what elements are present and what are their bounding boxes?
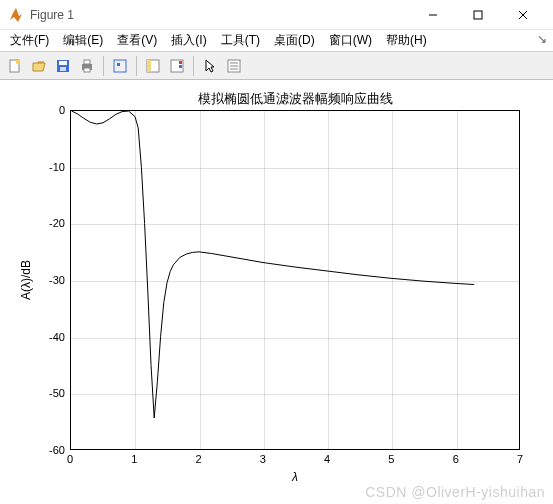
svg-rect-1 [474, 11, 482, 19]
svg-rect-17 [179, 61, 182, 64]
x-tick-label: 1 [131, 453, 137, 465]
colorbar-button[interactable] [166, 55, 188, 77]
svg-point-5 [16, 59, 20, 63]
svg-rect-18 [179, 65, 182, 68]
chart-title: 模拟椭圆低通滤波器幅频响应曲线 [70, 90, 520, 108]
x-tick-label: 4 [324, 453, 330, 465]
toolbar-separator [103, 56, 104, 76]
open-button[interactable] [28, 55, 50, 77]
menu-window[interactable]: 窗口(W) [323, 30, 378, 51]
y-tick-label: 0 [35, 104, 65, 116]
svg-rect-7 [59, 61, 67, 65]
y-tick-label: -30 [35, 274, 65, 286]
toolbar-separator [136, 56, 137, 76]
inspect-button[interactable] [109, 55, 131, 77]
x-tick-label: 5 [388, 453, 394, 465]
x-tick-label: 6 [453, 453, 459, 465]
grid-line [328, 111, 329, 449]
menu-desktop[interactable]: 桌面(D) [268, 30, 321, 51]
watermark: CSDN @OliverH-yishuihan [365, 484, 545, 500]
close-button[interactable] [500, 1, 545, 29]
svg-rect-11 [84, 68, 90, 72]
y-tick-label: -40 [35, 331, 65, 343]
save-button[interactable] [52, 55, 74, 77]
menu-overflow-icon[interactable]: ↘ [537, 32, 547, 46]
svg-rect-10 [84, 60, 90, 64]
x-tick-label: 0 [67, 453, 73, 465]
maximize-button[interactable] [455, 1, 500, 29]
menu-file[interactable]: 文件(F) [4, 30, 55, 51]
y-axis-label: A(λ)/dB [18, 110, 34, 450]
x-tick-label: 2 [196, 453, 202, 465]
menubar: 文件(F) 编辑(E) 查看(V) 插入(I) 工具(T) 桌面(D) 窗口(W… [0, 30, 553, 52]
window-title: Figure 1 [30, 8, 410, 22]
menu-view[interactable]: 查看(V) [111, 30, 163, 51]
grid-line [71, 338, 519, 339]
print-button[interactable] [76, 55, 98, 77]
grid-line [392, 111, 393, 449]
grid-line [71, 281, 519, 282]
toolbar-separator [193, 56, 194, 76]
matlab-icon [8, 7, 24, 23]
grid-line [264, 111, 265, 449]
y-tick-label: -60 [35, 444, 65, 456]
menu-help[interactable]: 帮助(H) [380, 30, 433, 51]
axes[interactable] [70, 110, 520, 450]
grid-line [71, 224, 519, 225]
grid-line [135, 111, 136, 449]
grid-line [71, 168, 519, 169]
plot-area: 模拟椭圆低通滤波器幅频响应曲线 λ A(λ)/dB CSDN @OliverH-… [0, 80, 553, 504]
pointer-button[interactable] [199, 55, 221, 77]
titlebar: Figure 1 [0, 0, 553, 30]
data-curve [71, 111, 519, 449]
y-tick-label: -10 [35, 161, 65, 173]
toolbar [0, 52, 553, 80]
grid-line [200, 111, 201, 449]
grid-line [457, 111, 458, 449]
link-button[interactable] [142, 55, 164, 77]
y-tick-label: -20 [35, 217, 65, 229]
x-axis-label: λ [70, 470, 520, 484]
menu-tools[interactable]: 工具(T) [215, 30, 266, 51]
x-tick-label: 7 [517, 453, 523, 465]
new-figure-button[interactable] [4, 55, 26, 77]
minimize-button[interactable] [410, 1, 455, 29]
svg-rect-8 [60, 67, 66, 71]
grid-line [71, 394, 519, 395]
svg-rect-13 [117, 63, 120, 66]
properties-button[interactable] [223, 55, 245, 77]
svg-rect-15 [147, 60, 151, 72]
x-tick-label: 3 [260, 453, 266, 465]
menu-insert[interactable]: 插入(I) [165, 30, 212, 51]
menu-edit[interactable]: 编辑(E) [57, 30, 109, 51]
y-tick-label: -50 [35, 387, 65, 399]
